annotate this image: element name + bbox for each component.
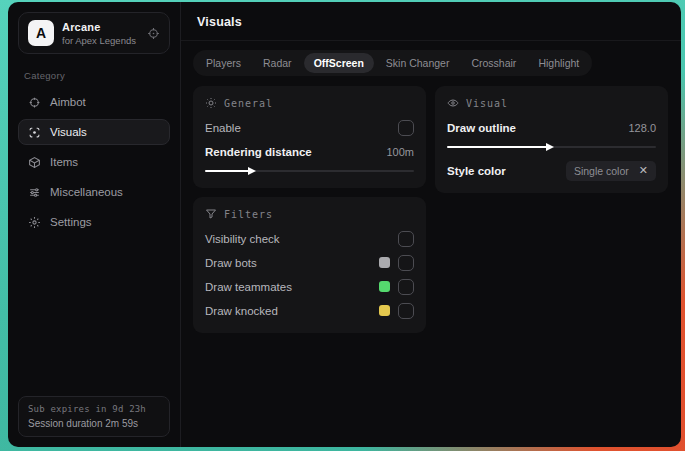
enable-checkbox[interactable] <box>398 120 414 136</box>
draw-teammates-color-swatch[interactable] <box>379 281 390 292</box>
sun-icon <box>205 97 217 109</box>
sidebar-item-label: Items <box>50 156 78 168</box>
scan-icon <box>28 126 41 139</box>
draw-knocked-label: Draw knocked <box>205 305 278 317</box>
draw-knocked-color-swatch[interactable] <box>379 305 390 316</box>
filters-panel-header: Filters <box>205 208 414 220</box>
draw-teammates-label: Draw teammates <box>205 281 292 293</box>
draw-bots-checkbox[interactable] <box>398 255 414 271</box>
tab-players[interactable]: Players <box>196 53 251 73</box>
eye-icon <box>447 97 459 109</box>
draw-outline-label: Draw outline <box>447 122 516 134</box>
visibility-check-checkbox[interactable] <box>398 231 414 247</box>
panel-title-label: Filters <box>224 209 273 220</box>
style-color-label: Style color <box>447 165 506 177</box>
tab-skin-changer[interactable]: Skin Changer <box>376 53 460 73</box>
gear-icon <box>28 216 41 229</box>
content-grid: General Enable Rendering distance 100m <box>181 76 681 343</box>
tab-crosshair[interactable]: Crosshair <box>461 53 526 73</box>
slider-thumb[interactable] <box>248 167 256 175</box>
visual-panel-header: Visual <box>447 97 656 109</box>
style-color-selected-value: Single color <box>574 165 629 177</box>
brand-subtitle: for Apex Legends <box>62 35 139 46</box>
session-duration-text: Session duration 2m 59s <box>28 418 160 429</box>
sidebar-item-settings[interactable]: Settings <box>18 209 170 235</box>
sidebar-item-aimbot[interactable]: Aimbot <box>18 89 170 115</box>
panel-title-label: Visual <box>466 98 508 109</box>
subscription-card: Sub expires in 9d 23h Session duration 2… <box>18 396 170 437</box>
draw-teammates-checkbox[interactable] <box>398 279 414 295</box>
draw-bots-label: Draw bots <box>205 257 257 269</box>
sidebar-item-label: Settings <box>50 216 92 228</box>
slider-thumb[interactable] <box>546 143 554 151</box>
rendering-distance-label: Rendering distance <box>205 146 312 158</box>
enable-label: Enable <box>205 122 241 134</box>
draw-outline-value: 128.0 <box>628 122 656 134</box>
draw-knocked-checkbox[interactable] <box>398 303 414 319</box>
visual-panel: Visual Draw outline 128.0 Style color <box>435 86 668 193</box>
filters-panel: Filters Visibility check Draw bots <box>193 197 426 333</box>
rendering-distance-value: 100m <box>386 146 414 158</box>
crosshair-icon <box>28 96 41 109</box>
main-content: Visuals Players Radar OffScreen Skin Cha… <box>181 2 681 447</box>
sliders-icon <box>28 186 41 199</box>
target-icon[interactable] <box>147 27 160 40</box>
brand-text: Arcane for Apex Legends <box>62 21 139 46</box>
sidebar-item-label: Aimbot <box>50 96 86 108</box>
sidebar-item-label: Miscellaneous <box>50 186 123 198</box>
main-header: Visuals <box>181 2 681 41</box>
general-panel: General Enable Rendering distance 100m <box>193 86 426 188</box>
sidebar-nav: Aimbot Visuals Items <box>18 89 170 235</box>
tab-highlight[interactable]: Highlight <box>528 53 589 73</box>
funnel-icon <box>205 208 217 220</box>
sub-expires-text: Sub expires in 9d 23h <box>28 404 160 414</box>
app-window: A Arcane for Apex Legends Category <box>8 2 681 447</box>
brand-card: A Arcane for Apex Legends <box>18 12 170 54</box>
tab-strip: Players Radar OffScreen Skin Changer Cro… <box>193 50 592 76</box>
draw-outline-slider[interactable] <box>447 142 656 152</box>
package-icon <box>28 156 41 169</box>
clear-icon[interactable]: ✕ <box>639 165 648 176</box>
draw-bots-color-swatch[interactable] <box>379 257 390 268</box>
page-title: Visuals <box>197 15 665 29</box>
general-panel-header: General <box>205 97 414 109</box>
sidebar-item-miscellaneous[interactable]: Miscellaneous <box>18 179 170 205</box>
style-color-select[interactable]: Single color ✕ <box>566 161 656 181</box>
visibility-check-label: Visibility check <box>205 233 280 245</box>
panel-title-label: General <box>224 98 273 109</box>
brand-logo: A <box>28 20 54 46</box>
sidebar: A Arcane for Apex Legends Category <box>8 2 181 447</box>
rendering-distance-slider[interactable] <box>205 166 414 176</box>
sidebar-item-visuals[interactable]: Visuals <box>18 119 170 145</box>
category-label: Category <box>24 70 164 81</box>
sidebar-item-items[interactable]: Items <box>18 149 170 175</box>
brand-title: Arcane <box>62 21 139 33</box>
tab-radar[interactable]: Radar <box>253 53 302 73</box>
tab-offscreen[interactable]: OffScreen <box>304 53 374 73</box>
sidebar-item-label: Visuals <box>50 126 87 138</box>
